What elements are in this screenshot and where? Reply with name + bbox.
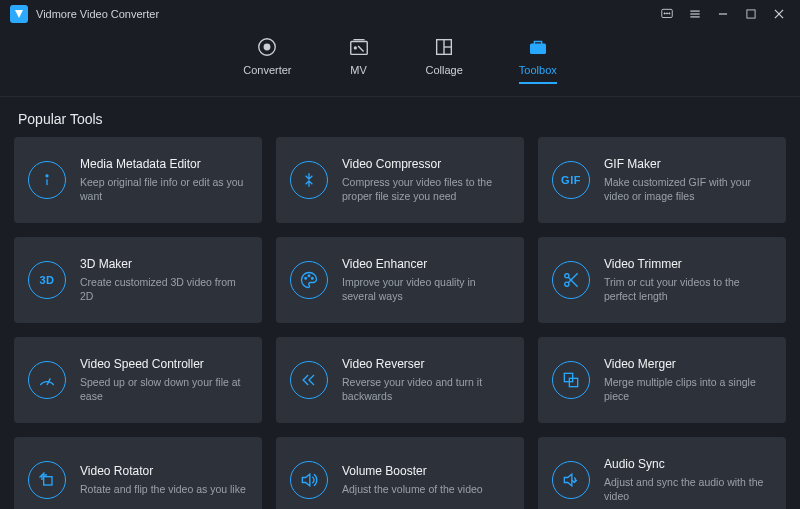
merge-icon (552, 361, 590, 399)
tool-title: Video Speed Controller (80, 357, 248, 371)
tool-media-metadata-editor[interactable]: Media Metadata Editor Keep original file… (14, 137, 262, 223)
svg-point-1 (664, 13, 665, 14)
svg-point-19 (46, 175, 48, 177)
tool-title: Video Merger (604, 357, 772, 371)
tool-video-trimmer[interactable]: Video Trimmer Trim or cut your videos to… (538, 237, 786, 323)
window-controls (660, 7, 790, 21)
tool-desc: Rotate and flip the video as you like (80, 482, 248, 496)
tool-title: Video Trimmer (604, 257, 772, 271)
app-title: Vidmore Video Converter (36, 8, 159, 20)
tab-label: Toolbox (519, 64, 557, 76)
tab-toolbox[interactable]: Toolbox (519, 36, 557, 84)
tool-video-speed-controller[interactable]: Video Speed Controller Speed up or slow … (14, 337, 262, 423)
svg-rect-8 (747, 10, 755, 18)
tool-desc: Create customized 3D video from 2D (80, 275, 248, 303)
tool-title: Video Compressor (342, 157, 510, 171)
speed-icon (28, 361, 66, 399)
palette-icon (290, 261, 328, 299)
tool-title: Audio Sync (604, 457, 772, 471)
svg-rect-25 (564, 373, 572, 381)
svg-point-12 (265, 44, 271, 50)
tool-title: Video Enhancer (342, 257, 510, 271)
tool-desc: Speed up or slow down your file at ease (80, 375, 248, 403)
tab-converter[interactable]: Converter (243, 36, 291, 84)
svg-point-2 (666, 13, 667, 14)
converter-icon (256, 36, 278, 58)
info-icon (28, 161, 66, 199)
svg-rect-18 (530, 44, 545, 53)
volume-icon (290, 461, 328, 499)
maximize-icon[interactable] (744, 7, 758, 21)
menu-icon[interactable] (688, 7, 702, 21)
mv-icon (348, 36, 370, 58)
tool-desc: Keep original file info or edit as you w… (80, 175, 248, 203)
tool-desc: Compress your video files to the proper … (342, 175, 510, 203)
section-title: Popular Tools (0, 97, 800, 137)
gif-icon: GIF (552, 161, 590, 199)
app-logo-icon (10, 5, 28, 23)
svg-point-14 (354, 47, 356, 49)
svg-point-23 (565, 274, 569, 278)
tool-title: GIF Maker (604, 157, 772, 171)
toolbox-icon (527, 36, 549, 58)
svg-rect-26 (569, 378, 577, 386)
tab-mv[interactable]: MV (348, 36, 370, 84)
tool-video-enhancer[interactable]: Video Enhancer Improve your video qualit… (276, 237, 524, 323)
svg-point-22 (312, 278, 314, 280)
tool-desc: Adjust the volume of the video (342, 482, 510, 496)
tool-desc: Improve your video quality in several wa… (342, 275, 510, 303)
titlebar: Vidmore Video Converter (0, 0, 800, 28)
svg-rect-27 (44, 477, 52, 485)
tab-label: MV (350, 64, 367, 76)
tool-desc: Reverse your video and turn it backwards (342, 375, 510, 403)
collage-icon (433, 36, 455, 58)
tool-title: Video Reverser (342, 357, 510, 371)
tool-title: 3D Maker (80, 257, 248, 271)
compress-icon (290, 161, 328, 199)
tool-title: Media Metadata Editor (80, 157, 248, 171)
tab-label: Converter (243, 64, 291, 76)
tool-desc: Adjust and sync the audio with the video (604, 475, 772, 503)
svg-point-21 (308, 275, 310, 277)
reverse-icon (290, 361, 328, 399)
tool-video-compressor[interactable]: Video Compressor Compress your video fil… (276, 137, 524, 223)
tool-title: Volume Booster (342, 464, 510, 478)
tool-title: Video Rotator (80, 464, 248, 478)
tool-gif-maker[interactable]: GIF GIF Maker Make customized GIF with y… (538, 137, 786, 223)
sync-icon (552, 461, 590, 499)
tab-collage[interactable]: Collage (426, 36, 463, 84)
tool-audio-sync[interactable]: Audio Sync Adjust and sync the audio wit… (538, 437, 786, 509)
tool-desc: Make customized GIF with your video or i… (604, 175, 772, 203)
tool-desc: Trim or cut your videos to the perfect l… (604, 275, 772, 303)
tool-3d-maker[interactable]: 3D 3D Maker Create customized 3D video f… (14, 237, 262, 323)
svg-point-20 (305, 278, 307, 280)
svg-point-3 (669, 13, 670, 14)
minimize-icon[interactable] (716, 7, 730, 21)
rotate-icon (28, 461, 66, 499)
3d-icon: 3D (28, 261, 66, 299)
tab-label: Collage (426, 64, 463, 76)
tools-grid: Media Metadata Editor Keep original file… (0, 137, 800, 509)
tool-video-merger[interactable]: Video Merger Merge multiple clips into a… (538, 337, 786, 423)
tool-video-rotator[interactable]: Video Rotator Rotate and flip the video … (14, 437, 262, 509)
scissors-icon (552, 261, 590, 299)
tool-video-reverser[interactable]: Video Reverser Reverse your video and tu… (276, 337, 524, 423)
feedback-icon[interactable] (660, 7, 674, 21)
main-tabs: Converter MV Collage Toolbox (0, 28, 800, 97)
svg-point-24 (565, 282, 569, 286)
close-icon[interactable] (772, 7, 786, 21)
tool-desc: Merge multiple clips into a single piece (604, 375, 772, 403)
tool-volume-booster[interactable]: Volume Booster Adjust the volume of the … (276, 437, 524, 509)
